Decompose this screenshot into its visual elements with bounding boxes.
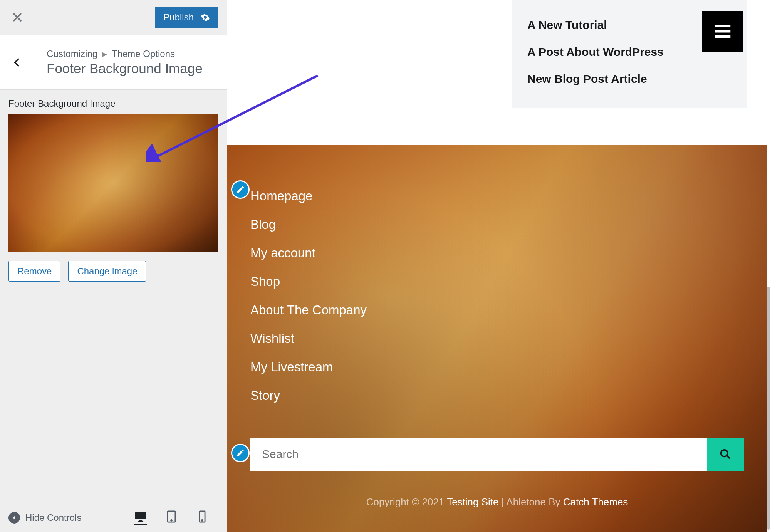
copyright-theme-link[interactable]: Catch Themes: [563, 496, 628, 508]
site-footer: Homepage Blog My account Shop About The …: [227, 145, 767, 532]
svg-point-4: [171, 520, 172, 521]
field-label: Footer Background Image: [8, 98, 218, 109]
svg-point-7: [721, 450, 728, 457]
back-button[interactable]: [0, 35, 35, 90]
copyright: Copyright © 2021 Testing Site | Abletone…: [227, 496, 767, 508]
recent-post-link[interactable]: A Post About WordPress: [527, 39, 731, 65]
footer-nav-item[interactable]: Blog: [250, 210, 367, 239]
recent-post-link[interactable]: A New Tutorial: [527, 12, 731, 39]
svg-rect-1: [139, 520, 143, 521]
copyright-prefix: Copyright © 2021: [366, 496, 447, 508]
close-icon: [12, 12, 23, 23]
chevron-left-icon: [12, 57, 23, 68]
image-preview[interactable]: [8, 114, 218, 252]
sidebar-header: Publish: [0, 0, 227, 35]
edit-shortcut-search[interactable]: [231, 444, 250, 462]
gear-icon: [201, 13, 210, 22]
change-image-button[interactable]: Change image: [68, 261, 146, 282]
tablet-icon: [165, 510, 178, 523]
desktop-icon: [134, 510, 147, 523]
search-icon: [720, 448, 731, 460]
footer-nav-item[interactable]: My Livestream: [250, 353, 367, 381]
panel-body: Footer Background Image Remove Change im…: [0, 90, 227, 290]
customizer-sidebar: Publish Customizing ▸ Theme Options Foot…: [0, 0, 227, 532]
footer-search: [250, 438, 744, 471]
breadcrumb-parent: Customizing: [47, 49, 97, 59]
copyright-sep: |: [499, 496, 507, 508]
svg-point-6: [202, 520, 203, 521]
publish-label: Publish: [163, 12, 194, 23]
collapse-icon: [8, 512, 20, 524]
scrollbar[interactable]: [767, 287, 770, 530]
mobile-icon: [196, 510, 209, 523]
site-preview: A New Tutorial A Post About WordPress Ne…: [227, 0, 770, 532]
device-toolbar: Hide Controls: [0, 503, 227, 532]
footer-nav-item[interactable]: Story: [250, 381, 367, 410]
pencil-icon: [236, 185, 245, 194]
publish-button[interactable]: Publish: [155, 7, 218, 28]
panel-nav: Customizing ▸ Theme Options Footer Backg…: [0, 35, 227, 90]
copyright-theme-prefix: Abletone By: [506, 496, 563, 508]
copyright-site-link[interactable]: Testing Site: [447, 496, 498, 508]
breadcrumb-separator: ▸: [102, 49, 107, 59]
breadcrumb-child: Theme Options: [112, 49, 175, 59]
footer-nav-item[interactable]: Wishlist: [250, 324, 367, 353]
edit-shortcut-nav[interactable]: [231, 180, 250, 199]
recent-post-link[interactable]: New Blog Post Article: [527, 65, 731, 92]
search-input[interactable]: [250, 438, 707, 471]
footer-nav-item[interactable]: About The Company: [250, 296, 367, 324]
menu-toggle-button[interactable]: [702, 11, 743, 52]
panel-title: Footer Background Image: [47, 61, 203, 76]
hide-controls-label: Hide Controls: [25, 512, 81, 523]
svg-rect-2: [138, 521, 143, 522]
footer-nav-item[interactable]: My account: [250, 239, 367, 267]
breadcrumb: Customizing ▸ Theme Options: [47, 49, 203, 59]
hide-controls-button[interactable]: Hide Controls: [0, 512, 81, 524]
device-mobile-button[interactable]: [196, 510, 209, 525]
close-button[interactable]: [0, 0, 35, 35]
pencil-icon: [236, 448, 245, 458]
footer-nav: Homepage Blog My account Shop About The …: [250, 182, 367, 410]
device-desktop-button[interactable]: [134, 510, 147, 525]
svg-rect-0: [135, 512, 146, 519]
hamburger-icon: [712, 21, 733, 42]
footer-nav-item[interactable]: Homepage: [250, 182, 367, 210]
remove-button[interactable]: Remove: [8, 261, 60, 282]
footer-nav-item[interactable]: Shop: [250, 267, 367, 296]
device-tablet-button[interactable]: [165, 510, 178, 525]
search-button[interactable]: [707, 438, 744, 471]
